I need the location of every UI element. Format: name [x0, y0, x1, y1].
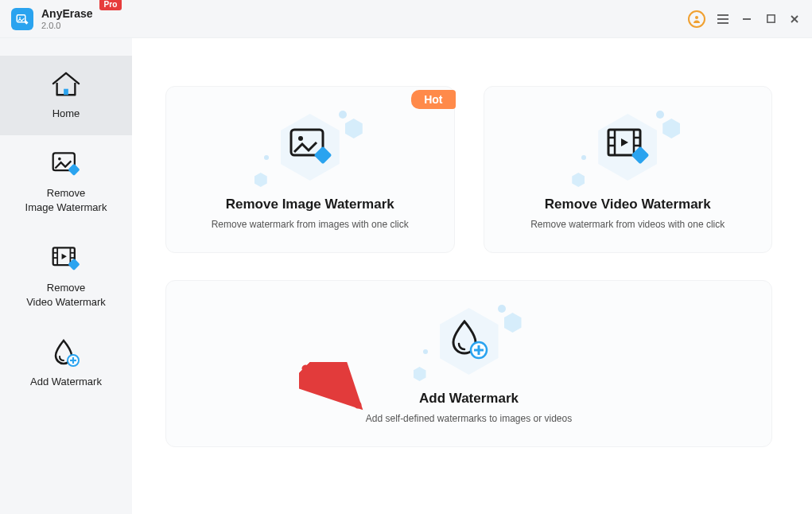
- svg-point-2: [695, 16, 698, 19]
- svg-rect-13: [68, 164, 80, 176]
- sidebar-item-remove-image[interactable]: RemoveImage Watermark: [0, 135, 132, 229]
- minimize-icon[interactable]: [740, 13, 753, 25]
- app-version: 2.0.0: [41, 21, 93, 30]
- app-logo: [11, 8, 33, 30]
- card-title: Add Watermark: [182, 391, 756, 407]
- svg-point-1: [19, 17, 21, 18]
- drop-plus-icon: [52, 337, 80, 368]
- card-title: Remove Video Watermark: [500, 197, 756, 212]
- image-erase-icon: [51, 148, 81, 180]
- card-remove-video-watermark[interactable]: Remove Video Watermark Remove watermark …: [484, 86, 773, 253]
- sidebar-item-label: RemoveImage Watermark: [25, 186, 107, 215]
- pro-badge: Pro: [99, 0, 122, 10]
- user-icon[interactable]: [688, 10, 705, 28]
- card-remove-image-watermark[interactable]: Hot Remove Image Watermark Remove waterm…: [165, 86, 455, 253]
- sidebar-item-label: Home: [52, 107, 80, 121]
- card-subtitle: Remove watermark from images with one cl…: [182, 219, 438, 230]
- card-subtitle: Add self-defined watermarks to images or…: [182, 413, 756, 424]
- card-icon-remove-video: [500, 111, 756, 184]
- card-icon-add-watermark: [182, 305, 756, 378]
- cards-row-1: Hot Remove Image Watermark Remove waterm…: [165, 86, 772, 253]
- svg-rect-7: [767, 15, 774, 22]
- titlebar: AnyErase 2.0.0 Pro: [0, 0, 812, 38]
- cards-row-2: Add Watermark Add self-defined watermark…: [165, 280, 772, 447]
- sidebar: Home RemoveImage Watermark RemoveVideo W…: [0, 38, 132, 514]
- card-title: Remove Image Watermark: [182, 197, 438, 212]
- video-erase-icon: [51, 243, 81, 275]
- maximize-icon[interactable]: [764, 13, 777, 25]
- sidebar-item-label: RemoveVideo Watermark: [26, 281, 106, 310]
- hot-badge: Hot: [411, 90, 455, 109]
- home-icon: [50, 68, 82, 100]
- content: Home RemoveImage Watermark RemoveVideo W…: [0, 38, 812, 514]
- sidebar-item-home[interactable]: Home: [0, 56, 132, 135]
- sidebar-item-label: Add Watermark: [30, 375, 102, 389]
- main-area: Hot Remove Image Watermark Remove waterm…: [132, 38, 812, 514]
- svg-point-12: [58, 158, 61, 161]
- close-icon[interactable]: [788, 13, 801, 25]
- card-add-watermark[interactable]: Add Watermark Add self-defined watermark…: [165, 280, 772, 447]
- titlebar-right: [688, 10, 801, 28]
- sidebar-item-add-watermark[interactable]: Add Watermark: [0, 324, 132, 403]
- app-name: AnyErase: [41, 8, 93, 19]
- svg-rect-27: [313, 146, 332, 165]
- svg-rect-10: [64, 89, 68, 95]
- sidebar-item-remove-video[interactable]: RemoveVideo Watermark: [0, 230, 132, 324]
- menu-icon[interactable]: [717, 13, 729, 25]
- svg-point-26: [298, 136, 303, 141]
- card-icon-remove-image: [182, 111, 438, 184]
- card-subtitle: Remove watermark from videos with one cl…: [500, 219, 756, 230]
- app-titles: AnyErase 2.0.0: [41, 8, 93, 30]
